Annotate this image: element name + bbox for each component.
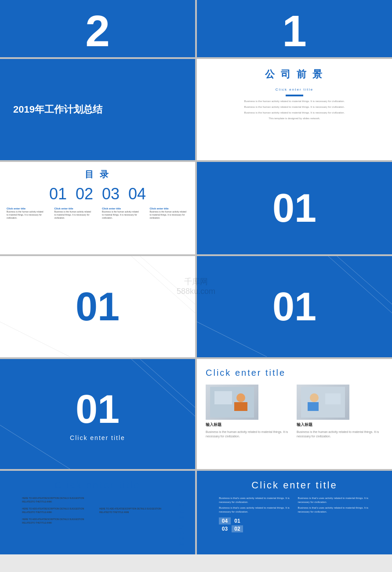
svg-line-1 [140, 256, 195, 304]
svg-line-8 [0, 425, 70, 469]
left-section: 输入标题 Business is the human activity rela… [206, 385, 292, 439]
input-label-2: 输入标题 [297, 422, 383, 428]
desc4: This template is designed by slides netw… [269, 117, 320, 121]
slide-4: 公 司 前 景 Click enter title Business is th… [197, 59, 392, 160]
content-area: Click enter title Business is the human … [206, 88, 383, 121]
text-block-5: HERE TO ADD ATEATDESCRIPTION DETAILS SUG… [22, 517, 96, 524]
num-4: 02 [232, 525, 243, 532]
svg-line-2 [0, 322, 70, 357]
desc2: Business is the human activity related t… [244, 105, 345, 109]
svg-rect-16 [308, 402, 319, 411]
menu-item-2: Click enter title Business is the human … [54, 207, 94, 220]
svg-line-3 [328, 256, 392, 313]
slide-9: 01 Click enter title [0, 359, 195, 469]
slide-3: 2019年工作计划总结 [0, 59, 195, 160]
slide-12-left: Business is that's uses activity related… [219, 496, 291, 532]
blue-bar [286, 95, 303, 96]
item-1-title: Click enter title [7, 207, 46, 210]
desc1: Business is the human activity related t… [244, 99, 345, 103]
svg-line-7 [140, 359, 195, 407]
text-section-1: 输入标题 Business is the human activity rela… [206, 422, 292, 439]
menu-items: Click enter title Business is the human … [7, 207, 189, 220]
slide-number: 01 [272, 186, 316, 231]
slide-7: 01 [0, 256, 195, 357]
svg-line-5 [197, 322, 267, 357]
text-section-2: 输入标题 Business is the human activity rela… [297, 422, 383, 439]
slide-12: Click enter title Business is that's use… [197, 471, 392, 554]
slide-number: 01 [76, 284, 120, 330]
svg-rect-17 [325, 393, 341, 404]
svg-rect-13 [214, 391, 232, 404]
slide-grid: 2 1 2019年工作计划总结 公 司 前 景 Click enter titl… [0, 0, 392, 554]
desc3: Business is the human activity related t… [244, 111, 345, 115]
item-3-title: Click enter title [102, 207, 141, 210]
menu-item-4: Click enter title Business is the human … [150, 207, 189, 220]
menu-item-1: Click enter title Business is the human … [7, 207, 46, 220]
slide-number: 1 [282, 9, 307, 53]
item-2-desc: Business is the human activity related t… [54, 210, 94, 220]
text-grid: HERE TO ADD ATEATDESCRIPTION DETAILS SUG… [22, 496, 173, 524]
menu-numbers: 01 02 03 04 [49, 185, 146, 203]
num-grid: 04 01 03 02 [219, 517, 243, 532]
slide-12-title: Click enter title [251, 480, 337, 491]
slide-12-content: Click enter title Business is that's use… [197, 471, 392, 554]
slide-1: 2 [0, 0, 195, 57]
input-label-1: 输入标题 [206, 422, 292, 428]
slide-12-layout: Business is that's uses activity related… [219, 496, 370, 532]
svg-line-0 [131, 256, 195, 313]
svg-line-6 [131, 359, 195, 416]
slide-11-title: Click enter title [54, 480, 140, 491]
slide-number: 2 [85, 9, 110, 53]
text-block-2 [99, 496, 173, 503]
slide-6: 01 [197, 162, 392, 254]
image-placeholder-2 [297, 385, 349, 420]
svg-rect-12 [234, 402, 247, 411]
menu-num-1: 01 [49, 185, 67, 203]
click-title: Click enter title [276, 88, 313, 92]
num-1: 04 [219, 517, 231, 524]
num-3: 03 [219, 525, 231, 532]
right-section: 输入标题 Business is the human activity rela… [297, 385, 383, 439]
menu-num-4: 04 [128, 185, 146, 203]
input-desc-1: Business is the human activity related t… [206, 430, 292, 439]
slide-title: Click enter title [206, 368, 383, 378]
company-title: 公 司 前 景 [265, 68, 324, 81]
main-title: 2019年工作计划总结 [13, 102, 102, 117]
desc-right-2: Business is that's uses activity related… [298, 506, 370, 514]
diagonal-lines-svg [0, 359, 195, 469]
slide-number: 01 [272, 284, 316, 330]
slide-11: Click enter title HERE TO ADD ATEATDESCR… [0, 471, 195, 554]
slide-8: 01 [197, 256, 392, 357]
item-1-desc: Business is the human activity related t… [7, 210, 46, 220]
business-label: business [177, 503, 186, 548]
text-block-3: HERE TO ADD ATEATDESCRIPTION DETAILS SUG… [22, 507, 96, 514]
desc-right-1: Business is that's uses activity related… [298, 496, 370, 504]
desc-left-1: Business is that's uses activity related… [219, 496, 291, 504]
menu-num-2: 02 [76, 185, 93, 203]
menu-title: 目 录 [85, 169, 110, 180]
svg-point-11 [236, 393, 245, 402]
slide-10: Click enter title 输入标题 Business is the h… [197, 359, 392, 469]
text-block-1: HERE TO ADD ATEATDESCRIPTION DETAILS SUG… [22, 496, 96, 503]
item-4-title: Click enter title [150, 207, 189, 210]
image-placeholder-1 [206, 385, 258, 420]
input-desc-2: Business is the human activity related t… [297, 430, 383, 439]
slide-11-content: Click enter title HERE TO ADD ATEATDESCR… [0, 471, 195, 554]
num-2: 01 [232, 517, 243, 524]
slide-12-right: Business is that's uses activity related… [298, 496, 370, 532]
desc-left-2: Business is that's uses activity related… [219, 506, 291, 514]
svg-point-15 [310, 393, 319, 402]
text-block-4: HERE TO ADD ATEATDESCRIPTION DETAILS SUG… [99, 507, 173, 514]
slide-2: 1 [197, 0, 392, 57]
item-4-desc: Business is the human activity related t… [150, 210, 189, 220]
item-2-title: Click enter title [54, 207, 94, 210]
item-3-desc: Business is the human activity related t… [102, 210, 141, 220]
svg-line-4 [337, 256, 392, 304]
slide-5: 目 录 01 02 03 04 Click enter title Busine… [0, 162, 195, 254]
menu-num-3: 03 [102, 185, 120, 203]
image-row: 输入标题 Business is the human activity rela… [206, 385, 383, 439]
menu-item-3: Click enter title Business is the human … [102, 207, 141, 220]
